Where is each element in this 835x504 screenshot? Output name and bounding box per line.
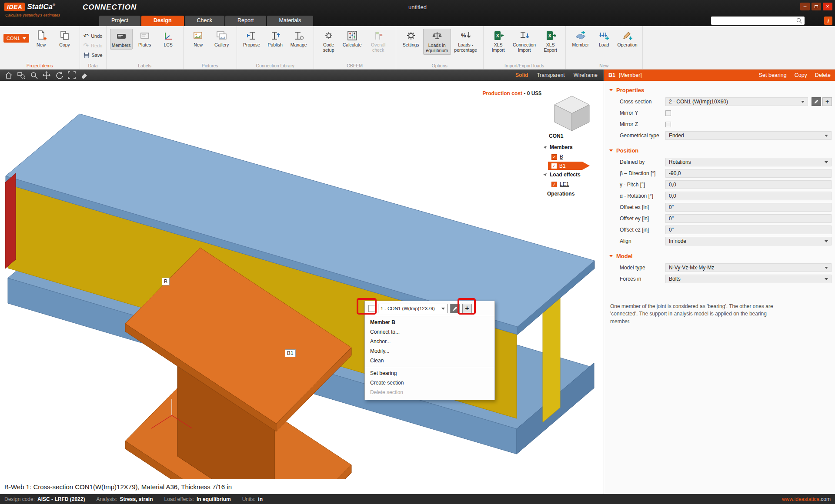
search-box[interactable]: [711, 17, 805, 25]
menu-item-clean[interactable]: Clean: [365, 356, 494, 365]
add-cross-section-button[interactable]: +: [822, 97, 832, 106]
minimize-button[interactable]: –: [800, 3, 810, 10]
tree-root-con1[interactable]: CON1: [538, 133, 602, 143]
alpha-rotation-input[interactable]: 0,0: [665, 192, 832, 200]
tree-expander-icon[interactable]: [543, 173, 547, 176]
tab-project[interactable]: Project: [99, 16, 140, 26]
geometrical-type-dropdown[interactable]: Ended: [665, 131, 832, 140]
new-project-item-button[interactable]: New: [30, 29, 53, 49]
fit-view-icon[interactable]: [67, 71, 76, 80]
propose-button[interactable]: Propose: [240, 29, 263, 49]
tab-report[interactable]: Report: [225, 16, 266, 26]
zoom-icon[interactable]: [30, 71, 38, 80]
tab-design[interactable]: Design: [141, 16, 184, 26]
tab-check[interactable]: Check: [185, 16, 224, 26]
eraser-icon[interactable]: [80, 71, 89, 80]
menu-item-create-section[interactable]: Create section: [365, 378, 494, 388]
edit-cross-section-button[interactable]: [812, 97, 821, 106]
navigation-cube[interactable]: [552, 95, 592, 132]
calculate-button[interactable]: Calculate: [341, 29, 364, 49]
gamma-pitch-input[interactable]: 0,0: [665, 180, 832, 189]
checkbox-checked[interactable]: ✓: [551, 154, 557, 160]
save-button[interactable]: Save: [84, 51, 103, 59]
member-b1-tag[interactable]: B1: [285, 349, 296, 357]
end-plate-red[interactable]: [5, 173, 16, 269]
gallery-button[interactable]: Gallery: [210, 29, 233, 49]
render-mode-wireframe[interactable]: Wireframe: [574, 72, 598, 78]
offset-ez-input[interactable]: 0": [665, 225, 832, 234]
xls-import-button[interactable]: X XLS Import: [487, 29, 510, 54]
labels-plates-toggle[interactable]: Plates: [134, 29, 156, 49]
offset-ex-input[interactable]: 0": [665, 203, 832, 212]
section-model[interactable]: Model: [604, 247, 835, 262]
zoom-window-icon[interactable]: [17, 71, 26, 80]
checkbox-checked[interactable]: ✓: [551, 182, 557, 187]
undo-button[interactable]: ↶ Undo: [84, 32, 103, 40]
set-bearing-action[interactable]: Set bearing: [759, 72, 787, 78]
project-item-selector[interactable]: CON1: [3, 34, 29, 43]
close-button[interactable]: ×: [823, 3, 832, 10]
labels-lcs-toggle[interactable]: LCS: [157, 29, 180, 49]
publish-button[interactable]: Publish: [264, 29, 287, 49]
cross-section-dropdown[interactable]: 2 - CON1 (W(Imp)10X60): [665, 97, 808, 106]
align-dropdown[interactable]: In node: [665, 237, 832, 245]
member-b-tag[interactable]: B: [162, 278, 170, 285]
new-load-icon: [598, 30, 610, 41]
tree-item-b[interactable]: ✓ B: [538, 152, 602, 162]
tree-section-load-effects[interactable]: Load effects: [538, 170, 602, 179]
rotate-icon[interactable]: [55, 71, 63, 80]
menu-item-connect-to[interactable]: Connect to...: [365, 327, 494, 337]
tree-section-members[interactable]: Members: [538, 143, 602, 152]
menu-item-set-bearing[interactable]: Set bearing: [365, 368, 494, 378]
loads-percentage-button[interactable]: % Loads - percentage: [452, 29, 480, 54]
menu-item-anchor[interactable]: Anchor...: [365, 337, 494, 346]
tab-materials[interactable]: Materials: [267, 16, 314, 26]
new-load-button[interactable]: Load: [593, 29, 615, 49]
delete-member-action[interactable]: Delete: [815, 72, 831, 78]
new-picture-button[interactable]: New: [187, 29, 210, 49]
manage-button[interactable]: Manage: [287, 29, 310, 49]
model-type-dropdown[interactable]: N-Vy-Vz-Mx-My-Mz: [665, 263, 832, 272]
website-link[interactable]: www.ideastatica.com: [782, 496, 831, 502]
checkbox-checked[interactable]: ✓: [551, 163, 557, 169]
mirror-y-checkbox[interactable]: [665, 110, 671, 116]
beta-direction-input[interactable]: -90,0: [665, 169, 832, 178]
chevron-down-icon: [825, 278, 828, 280]
new-operation-button[interactable]: Operation: [616, 29, 639, 49]
connection-import-button[interactable]: Connection Import: [511, 29, 538, 54]
labels-members-toggle[interactable]: Members: [110, 29, 133, 50]
copy-member-action[interactable]: Copy: [795, 72, 807, 78]
menu-item-modify[interactable]: Modify...: [365, 346, 494, 356]
maximize-button[interactable]: [812, 3, 821, 10]
tree-item-b1-selected[interactable]: ✓ B1: [548, 162, 590, 170]
tree-expander-icon[interactable]: [543, 146, 547, 149]
overall-check-button[interactable]: Overall check: [364, 29, 392, 54]
ribbon-group-labels: Members Plates LCS Labels: [107, 26, 184, 69]
tree-section-operations[interactable]: Operations: [538, 189, 602, 199]
home-icon[interactable]: [4, 71, 13, 80]
redo-button[interactable]: ↷ Redo: [84, 42, 103, 50]
search-input[interactable]: [711, 17, 796, 24]
settings-button[interactable]: Settings: [400, 29, 422, 49]
forces-in-dropdown[interactable]: Bolts: [665, 275, 832, 283]
tree-item-le1[interactable]: ✓ LE1: [538, 179, 602, 189]
render-mode-transparent[interactable]: Transparent: [537, 72, 564, 78]
overall-check-flags-icon: [373, 30, 384, 41]
offset-ey-input[interactable]: 0": [665, 214, 832, 223]
loads-in-equilibrium-toggle[interactable]: Loads in equilibrium: [423, 29, 451, 55]
new-member-button[interactable]: Member: [569, 29, 592, 49]
render-mode-solid[interactable]: Solid: [515, 72, 528, 78]
copy-project-item-button[interactable]: Copy: [53, 29, 76, 49]
info-button[interactable]: i: [824, 17, 832, 25]
row-offset-ey: Offset ey [in] 0": [604, 213, 835, 224]
code-setup-button[interactable]: Code setup: [317, 29, 340, 54]
tagline: Calculate yesterday's estimates: [5, 13, 60, 17]
cross-section-dropdown[interactable]: 1 - CON1 (W(Imp)12X79): [378, 304, 448, 313]
section-position[interactable]: Position: [604, 141, 835, 156]
defined-by-dropdown[interactable]: Rotations: [665, 158, 832, 166]
xls-export-button[interactable]: X XLS Export: [539, 29, 562, 54]
section-properties[interactable]: Properties: [604, 81, 835, 96]
pan-icon[interactable]: [42, 71, 51, 80]
mirror-z-checkbox[interactable]: [665, 122, 671, 127]
viewport-canvas[interactable]: B B1 Production cost - 0 US$ CON1 Member…: [0, 81, 604, 479]
